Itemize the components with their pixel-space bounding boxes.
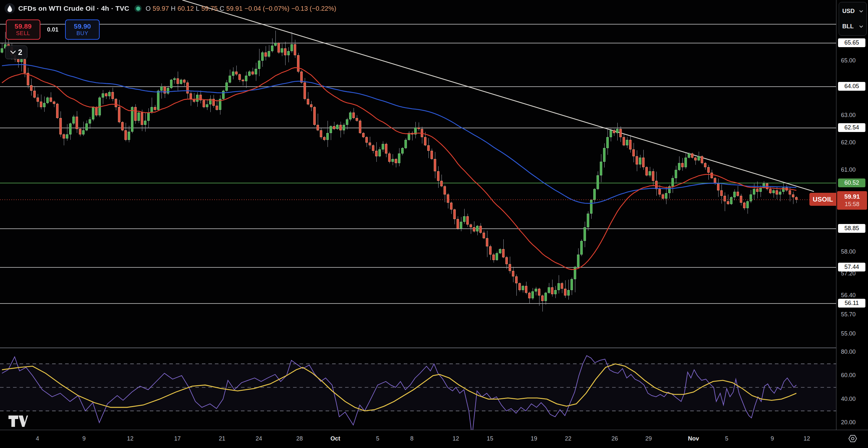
time-tick-label: 8 — [410, 435, 413, 442]
time-tick-label: 26 — [612, 435, 618, 442]
chevron-down-icon — [859, 25, 863, 28]
time-tick-label: 5 — [725, 435, 728, 442]
support-price-badge: 60.52 — [838, 178, 865, 187]
trading-chart-window: CFDs on WTI Crude Oil · 4h · TVC O59.97 … — [0, 0, 868, 448]
last-price-value: 59.91 — [837, 191, 867, 200]
indicator-tick-label: 80.00 — [841, 348, 856, 355]
trade-panel: 59.89 SELL 0.01 59.90 BUY — [6, 20, 100, 40]
time-tick-label: 5 — [376, 435, 379, 442]
time-tick-label: Oct — [331, 435, 340, 442]
open-value: 59.97 — [153, 5, 169, 12]
ohlc-readout: O59.97 H60.12 L59.75 C59.91 −0.04 (−0.07… — [146, 5, 338, 12]
price-level-badge: 65.65 — [838, 38, 865, 47]
time-tick-label: 9 — [82, 435, 86, 442]
positions-collapse-badge[interactable]: 2 — [5, 45, 27, 59]
time-tick-label: 12 — [804, 435, 810, 442]
symbol-price-flag: USOIL — [809, 193, 836, 206]
time-tick-label: 9 — [771, 435, 774, 442]
time-tick-label: 28 — [296, 435, 303, 442]
time-tick-label: 21 — [219, 435, 225, 442]
unit-selector: USD BLL — [839, 2, 867, 36]
time-axis[interactable]: 491217212428Oct58121519222629Nov5912 — [0, 430, 868, 448]
price-chart-canvas[interactable] — [0, 0, 868, 448]
low-value: 59.75 — [202, 5, 218, 12]
change-points: −0.04 (−0.07%) — [245, 5, 289, 12]
price-tick-label: 56.40 — [841, 292, 856, 299]
price-tick-label: 62.00 — [841, 139, 856, 146]
price-tick-label: 61.00 — [841, 167, 856, 173]
time-tick-label: 4 — [36, 435, 39, 442]
price-level-badge: 56.11 — [838, 299, 865, 308]
price-axis[interactable]: 65.0063.0062.0061.0058.0057.2056.4055.70… — [836, 0, 868, 448]
price-tick-label: 55.00 — [841, 330, 856, 337]
time-tick-label: 17 — [174, 435, 181, 442]
bar-countdown: 15:58 — [837, 200, 867, 210]
last-price-badge: 59.9115:58 — [837, 191, 867, 210]
price-tick-label: 58.00 — [841, 248, 856, 255]
price-level-badge: 64.05 — [838, 82, 865, 91]
currency-dropdown[interactable]: USD — [839, 8, 866, 14]
buy-button[interactable]: 59.90 BUY — [65, 20, 100, 40]
price-tick-label: 65.00 — [841, 57, 856, 64]
time-tick-label: 15 — [487, 435, 493, 442]
buy-price: 59.90 — [74, 23, 91, 30]
market-status-icon[interactable] — [134, 5, 142, 12]
tradingview-logo[interactable] — [8, 413, 29, 428]
time-tick-label: 29 — [645, 435, 652, 442]
sell-price: 59.89 — [14, 23, 32, 30]
indicator-tick-label: 20.00 — [841, 419, 856, 426]
chart-legend: CFDs on WTI Crude Oil · 4h · TVC O59.97 … — [5, 2, 338, 15]
scale-settings-gear-icon[interactable] — [848, 434, 858, 445]
indicator-tick-label: 60.00 — [841, 372, 856, 379]
unit-dropdown[interactable]: BLL — [839, 23, 866, 30]
symbol-title: CFDs on WTI Crude Oil · 4h · TVC — [18, 5, 129, 12]
time-tick-label: 12 — [453, 435, 459, 442]
time-tick-label: 24 — [255, 435, 262, 442]
price-tick-label: 63.00 — [841, 112, 856, 119]
price-tick-label: 55.70 — [841, 311, 856, 318]
time-tick-label: 12 — [127, 435, 133, 442]
price-level-badge: 58.85 — [838, 224, 865, 233]
sell-button[interactable]: 59.89 SELL — [6, 20, 40, 40]
price-level-badge: 62.54 — [838, 123, 865, 132]
indicator-tick-label: 40.00 — [841, 395, 856, 403]
time-tick-label: 19 — [531, 435, 537, 442]
time-tick-label: Nov — [688, 435, 699, 442]
panel-divider[interactable] — [0, 348, 836, 348]
chevron-down-icon — [10, 51, 16, 54]
price-level-badge: 57.44 — [838, 263, 865, 272]
chevron-down-icon — [859, 10, 863, 13]
oil-drop-icon — [5, 3, 15, 14]
spread-value: 0.01 — [40, 26, 65, 33]
positions-count: 2 — [18, 48, 23, 57]
change-total: −0.13 (−0.22%) — [291, 5, 336, 12]
close-value: 59.91 — [226, 5, 243, 12]
high-value: 60.12 — [178, 5, 194, 12]
time-tick-label: 22 — [565, 435, 571, 442]
